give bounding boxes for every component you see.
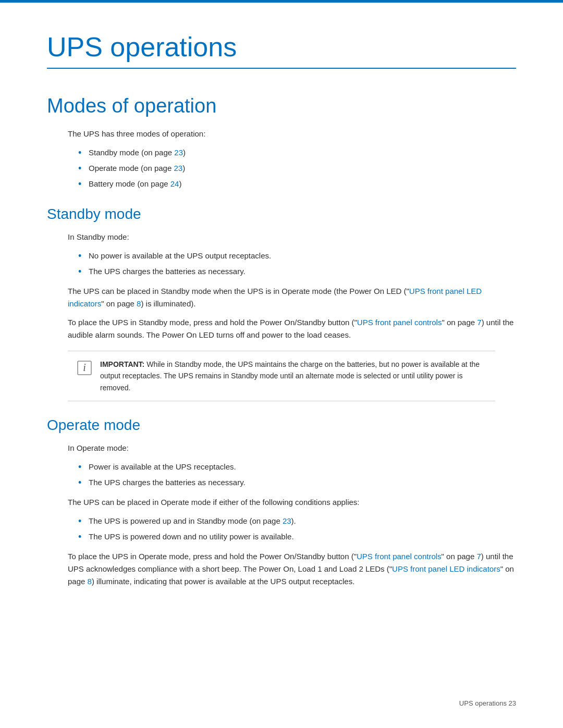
standby-title: Standby mode bbox=[47, 206, 516, 223]
bullet-close: ). bbox=[291, 516, 296, 525]
bullet-text: The UPS charges the batteries as necessa… bbox=[89, 478, 246, 487]
list-item: Power is available at the UPS receptacle… bbox=[78, 461, 516, 473]
operate-page-link[interactable]: 23 bbox=[174, 164, 182, 172]
controls-page-link2[interactable]: 7 bbox=[476, 552, 481, 561]
list-item: Operate mode (on page 23) bbox=[78, 162, 516, 175]
bullet-text: Standby mode (on page bbox=[89, 148, 174, 157]
standby-para1: The UPS can be placed in Standby mode wh… bbox=[68, 285, 516, 310]
bullet-text: The UPS is powered up and in Standby mod… bbox=[89, 516, 283, 525]
list-item: The UPS charges the batteries as necessa… bbox=[78, 265, 516, 278]
footer-section-label: UPS operations bbox=[459, 699, 507, 707]
led-indicators-link2[interactable]: UPS front panel LED indicators bbox=[392, 564, 500, 573]
page-footer: UPS operations 23 bbox=[459, 699, 516, 707]
important-icon: i bbox=[76, 360, 93, 376]
important-text: IMPORTANT: While in Standby mode, the UP… bbox=[100, 359, 487, 393]
footer-page-number: 23 bbox=[509, 699, 516, 707]
list-item: The UPS charges the batteries as necessa… bbox=[78, 476, 516, 489]
bullet-close: ) bbox=[183, 148, 186, 157]
front-panel-controls-link2[interactable]: UPS front panel controls bbox=[357, 552, 442, 561]
bullet-close: ) bbox=[182, 164, 185, 172]
led-page-link2[interactable]: 8 bbox=[88, 577, 92, 586]
controls-page-link1[interactable]: 7 bbox=[477, 318, 481, 327]
important-box: i IMPORTANT: While in Standby mode, the … bbox=[68, 351, 495, 401]
list-item: The UPS is powered down and no utility p… bbox=[78, 530, 516, 543]
standby-section: Standby mode In Standby mode: No power i… bbox=[47, 206, 516, 401]
page-title: UPS operations bbox=[47, 31, 516, 69]
standby-bullet-list: No power is available at the UPS output … bbox=[78, 250, 516, 278]
svg-text:i: i bbox=[83, 362, 86, 373]
bullet-close: ) bbox=[179, 179, 181, 188]
standby-para2: To place the UPS in Standby mode, press … bbox=[68, 316, 516, 341]
important-body: While in Standby mode, the UPS maintains… bbox=[100, 360, 480, 392]
modes-intro: The UPS has three modes of operation: bbox=[68, 128, 516, 140]
list-item: Standby mode (on page 23) bbox=[78, 146, 516, 159]
led-indicators-link1[interactable]: UPS front panel LED indicators bbox=[68, 287, 482, 308]
bullet-text: The UPS is powered down and no utility p… bbox=[89, 532, 294, 541]
led-page-link1[interactable]: 8 bbox=[137, 299, 141, 308]
list-item: The UPS is powered up and in Standby mod… bbox=[78, 515, 516, 527]
operate-title: Operate mode bbox=[47, 417, 516, 434]
front-panel-controls-link1[interactable]: UPS front panel controls bbox=[357, 318, 442, 327]
bullet-text: Operate mode (on page bbox=[89, 164, 174, 172]
battery-page-link[interactable]: 24 bbox=[170, 179, 179, 188]
list-item: Battery mode (on page 24) bbox=[78, 178, 516, 190]
standby-intro: In Standby mode: bbox=[68, 231, 516, 243]
bullet-text: Battery mode (on page bbox=[89, 179, 170, 188]
operate-bullet-list: Power is available at the UPS receptacle… bbox=[78, 461, 516, 489]
operate-conditions-list: The UPS is powered up and in Standby mod… bbox=[78, 515, 516, 543]
operate-para2: To place the UPS in Operate mode, press … bbox=[68, 550, 516, 588]
modes-bullet-list: Standby mode (on page 23) Operate mode (… bbox=[78, 146, 516, 190]
standby-ref-link[interactable]: 23 bbox=[283, 516, 291, 525]
bullet-text: The UPS charges the batteries as necessa… bbox=[89, 267, 246, 276]
operate-conditions-intro: The UPS can be placed in Operate mode if… bbox=[68, 496, 516, 509]
important-label: IMPORTANT: bbox=[100, 360, 144, 368]
list-item: No power is available at the UPS output … bbox=[78, 250, 516, 262]
bullet-text: No power is available at the UPS output … bbox=[89, 251, 271, 260]
top-border bbox=[0, 0, 563, 3]
bullet-text: Power is available at the UPS receptacle… bbox=[89, 462, 236, 471]
modes-title: Modes of operation bbox=[47, 95, 516, 117]
operate-section: Operate mode In Operate mode: Power is a… bbox=[47, 417, 516, 588]
operate-intro: In Operate mode: bbox=[68, 442, 516, 454]
modes-section: Modes of operation The UPS has three mod… bbox=[47, 95, 516, 190]
standby-page-link[interactable]: 23 bbox=[174, 148, 183, 157]
